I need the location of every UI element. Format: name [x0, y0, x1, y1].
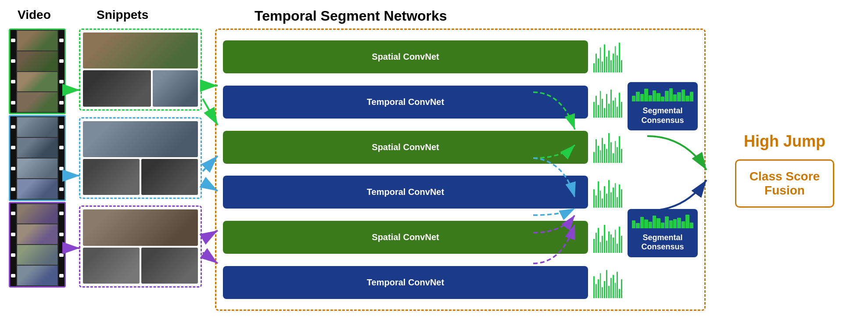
- score-bars-3: [592, 131, 623, 164]
- title-snippets: Snippets: [97, 8, 148, 22]
- spatial-convnet-3: Spatial ConvNet: [223, 221, 588, 254]
- spatial-convnet-2: Spatial ConvNet: [223, 131, 588, 164]
- snippets-container: [79, 29, 202, 288]
- class-score-box: Class ScoreFusion: [735, 159, 834, 208]
- snippet-group-purple: [79, 205, 202, 288]
- score-bars-2: [592, 86, 623, 119]
- consensus-column: SegmentalConsensus SegmentalConsensus: [628, 36, 698, 303]
- snippet-img: [141, 248, 198, 284]
- title-tsn: Temporal Segment Networks: [255, 8, 447, 24]
- score-bars-1: [592, 40, 623, 73]
- film-segment-green: [9, 29, 66, 114]
- snippet-img: [141, 159, 198, 195]
- consensus-box-2: SegmentalConsensus: [628, 209, 698, 257]
- score-bars-4: [592, 176, 623, 209]
- snippet-img: [153, 70, 198, 106]
- consensus-label-2: SegmentalConsensus: [641, 233, 684, 252]
- filmstrip: [9, 29, 66, 288]
- temporal-convnet-2: Temporal ConvNet: [223, 176, 588, 209]
- score-bars-5: [592, 221, 623, 254]
- right-panel: High Jump Class ScoreFusion: [710, 29, 859, 311]
- snippet-group-cyan: [79, 117, 202, 199]
- title-video: Video: [18, 8, 51, 22]
- convnet-column: Spatial ConvNet Temporal ConvNet Spatial…: [223, 36, 588, 303]
- snippet-group-green: [79, 29, 202, 111]
- snippet-img: [83, 159, 140, 195]
- consensus-box-1: SegmentalConsensus: [628, 82, 698, 130]
- score-bars-6: [592, 266, 623, 299]
- temporal-convnet-1: Temporal ConvNet: [223, 86, 588, 119]
- tsn-container: Spatial ConvNet Temporal ConvNet Spatial…: [215, 29, 706, 311]
- snippet-img: [83, 209, 198, 245]
- snippet-img: [83, 32, 198, 68]
- snippet-img: [83, 121, 198, 157]
- consensus-label-1: SegmentalConsensus: [641, 106, 684, 125]
- score-bars-column: [592, 36, 623, 303]
- film-segment-purple: [9, 202, 66, 288]
- snippet-img: [83, 70, 151, 106]
- class-score-label: Class ScoreFusion: [750, 169, 820, 197]
- film-segment-cyan: [9, 115, 66, 201]
- spatial-convnet-1: Spatial ConvNet: [223, 40, 588, 73]
- temporal-convnet-3: Temporal ConvNet: [223, 266, 588, 299]
- high-jump-label: High Jump: [744, 132, 825, 151]
- snippet-img: [83, 248, 140, 284]
- main-container: Video Snippets Temporal Segment Networks: [0, 0, 868, 324]
